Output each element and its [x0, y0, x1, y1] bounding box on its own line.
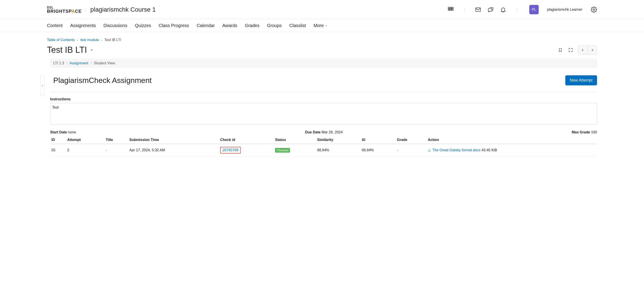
user-avatar[interactable]: PL	[529, 5, 539, 14]
th-check-id: Check id	[219, 136, 274, 144]
breadcrumb-separator-icon: ›	[101, 39, 102, 42]
breadcrumb-current: Test IB LTI	[104, 38, 121, 42]
nav-groups[interactable]: Groups	[267, 23, 282, 28]
nav-discussions[interactable]: Discussions	[104, 23, 128, 28]
download-file-link[interactable]: The Great Gatsby format.docx	[428, 148, 482, 152]
th-attempt: Attempt	[66, 136, 104, 144]
course-nav: Content Assignments Discussions Quizzes …	[0, 19, 644, 32]
svg-rect-3	[448, 9, 450, 10]
chat-icon[interactable]	[488, 6, 494, 13]
th-submission-time: Submission Time	[128, 136, 219, 144]
apps-grid-icon[interactable]	[448, 6, 454, 13]
nav-quizzes[interactable]: Quizzes	[135, 23, 151, 28]
logo-d2l-text: D2L	[47, 6, 82, 9]
lti-breadcrumb-root: LTI 1.3	[53, 61, 64, 65]
th-similarity: Similarity	[316, 136, 360, 144]
th-id: ID	[50, 136, 66, 144]
cell-action: The Great Gatsby format.docx 43.45 KiB	[426, 144, 597, 156]
mail-icon[interactable]	[475, 6, 481, 13]
download-icon	[428, 149, 431, 152]
prev-page-button[interactable]	[578, 46, 588, 54]
svg-rect-2	[452, 7, 453, 8]
nav-awards[interactable]: Awards	[222, 23, 237, 28]
course-title[interactable]: plagiarismchk Course 1	[90, 6, 156, 13]
svg-point-7	[593, 9, 595, 10]
check-id-highlight: 20765709	[220, 147, 240, 154]
bell-icon[interactable]	[500, 6, 506, 13]
lti-breadcrumb-current: Student View	[94, 61, 115, 65]
header-divider-icon	[464, 8, 465, 11]
header-divider-icon	[516, 8, 517, 11]
cell-title: -	[104, 144, 128, 156]
th-action: Action	[426, 136, 597, 144]
nav-class-progress[interactable]: Class Progress	[159, 23, 189, 28]
chevron-down-icon[interactable]	[90, 48, 94, 52]
nav-grades[interactable]: Grades	[245, 23, 260, 28]
assignment-title: PlagiarismCheck Assignment	[50, 76, 152, 85]
chevron-down-icon	[325, 24, 328, 27]
th-grade: Grade	[396, 136, 426, 144]
breadcrumb-link-module[interactable]: test module	[80, 38, 99, 42]
username-label[interactable]: plagiarismchk Learner	[547, 7, 582, 12]
svg-rect-5	[452, 9, 453, 10]
cell-id: 55	[50, 144, 66, 156]
brand-logo[interactable]: D2L BRIGHTSPACE	[47, 6, 82, 13]
nav-assignments[interactable]: Assignments	[70, 23, 96, 28]
page-title[interactable]: Test IB LTI	[47, 45, 94, 55]
due-date: Due Date Mar 29, 2024	[305, 130, 342, 134]
status-badge: Checked	[275, 148, 290, 153]
svg-rect-0	[448, 7, 450, 8]
nav-calendar[interactable]: Calendar	[196, 23, 215, 28]
breadcrumb-separator-icon: ›	[77, 39, 78, 42]
sidebar-expand-handle[interactable]	[41, 75, 45, 96]
instructions-text: Test	[50, 103, 597, 124]
th-title: Title	[104, 136, 128, 144]
th-status: Status	[274, 136, 316, 144]
next-page-button[interactable]	[588, 46, 597, 54]
attempts-table: ID Attempt Title Submission Time Check i…	[50, 136, 597, 156]
th-ai: AI	[360, 136, 396, 144]
check-id-link[interactable]: 20765709	[222, 148, 238, 152]
logo-brightspace-text: BRIGHTSPACE	[47, 9, 82, 13]
gear-icon[interactable]	[591, 6, 597, 13]
header-divider-icon	[86, 8, 86, 11]
start-date: Start Date none	[50, 130, 76, 134]
max-grade: Max Grade 100	[572, 130, 597, 134]
nav-content[interactable]: Content	[47, 23, 62, 28]
bookmark-icon[interactable]	[557, 47, 564, 53]
cell-grade: -	[396, 144, 426, 156]
breadcrumb-link-toc[interactable]: Table of Contents	[47, 38, 75, 42]
fullscreen-icon[interactable]	[568, 47, 574, 53]
cell-attempt: 2	[66, 144, 104, 156]
new-attempt-button[interactable]: New Attempt	[565, 75, 597, 85]
cell-ai: 66.84%	[360, 144, 396, 156]
file-size: 43.45 KiB	[482, 148, 497, 152]
lti-breadcrumb: LTI 1.3 / Assignment / Student View	[50, 59, 597, 68]
nav-classlist[interactable]: Classlist	[289, 23, 306, 28]
svg-rect-1	[450, 7, 451, 8]
svg-rect-4	[450, 9, 451, 10]
lti-breadcrumb-assignment-link[interactable]: Assignment	[70, 61, 88, 65]
cell-submission-time: Apr 17, 2024, 5:32 AM	[128, 144, 219, 156]
nav-more[interactable]: More	[314, 23, 328, 28]
table-row: 55 2 - Apr 17, 2024, 5:32 AM 20765709 Ch…	[50, 144, 597, 156]
instructions-label: Instructions	[50, 97, 597, 101]
cell-similarity: 98.94%	[316, 144, 360, 156]
breadcrumb: Table of Contents › test module › Test I…	[47, 32, 597, 44]
